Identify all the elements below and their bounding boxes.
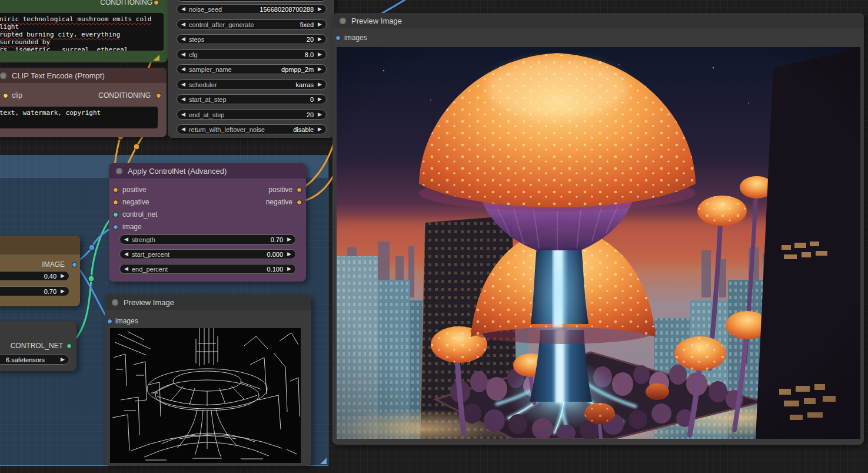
node-graph-canvas[interactable]: CONDITIONING niric technological mushroo… — [0, 0, 868, 473]
widget-noise-seed[interactable]: ◀ noise_seed 156680208700288 ▶ — [177, 4, 327, 14]
node-title: Preview Image — [351, 16, 402, 25]
widget-controlnet-name[interactable]: 6.safetensors ▶ — [0, 355, 69, 365]
widget-end-percent[interactable]: ◀ end_percent 0.100 ▶ — [119, 264, 296, 274]
widget-value[interactable]: dpmpp_2m — [281, 66, 314, 73]
conditioning-output-label: CONDITIONING — [100, 0, 152, 6]
increment-arrow-icon[interactable]: ▶ — [318, 112, 322, 117]
widget-cfg[interactable]: ◀ cfg 8.0 ▶ — [177, 49, 327, 59]
increment-arrow-icon[interactable]: ▶ — [318, 67, 322, 72]
widget-value[interactable]: 0.000 — [267, 251, 284, 258]
node-title-bar[interactable]: Apply ControlNet (Advanced) — [109, 163, 306, 178]
node-title-bar[interactable] — [0, 236, 80, 254]
decrement-arrow-icon[interactable]: ◀ — [124, 237, 128, 242]
group-resize-handle[interactable] — [320, 458, 327, 464]
node-collapse-icon[interactable] — [0, 72, 6, 79]
widget-end-at-step[interactable]: ◀ end_at_step 20 ▶ — [177, 110, 327, 120]
increment-arrow-icon[interactable]: ▶ — [287, 266, 291, 272]
increment-arrow-icon[interactable]: ▶ — [318, 22, 322, 27]
widget-value[interactable]: 20 — [307, 111, 314, 118]
widget-start-percent[interactable]: ◀ start_percent 0.000 ▶ — [119, 249, 296, 259]
decrement-arrow-icon[interactable]: ◀ — [181, 97, 185, 102]
decrement-arrow-icon[interactable]: ◀ — [181, 127, 185, 132]
increment-arrow-icon[interactable]: ▶ — [61, 357, 65, 362]
widget-value[interactable]: 0.70 — [271, 236, 283, 243]
widget-scheduler[interactable]: ◀ scheduler karras ▶ — [177, 80, 327, 90]
clip-input-dot[interactable] — [3, 93, 8, 98]
node-clip-text-encode-negative[interactable]: CLIP Text Encode (Prompt) clip CONDITION… — [0, 68, 167, 137]
widget-return-with-leftover-noise[interactable]: ◀ return_with_leftover_noise disable ▶ — [177, 124, 327, 134]
widget-value[interactable]: 0.70 — [44, 288, 56, 295]
widget-value[interactable]: 156680208700288 — [260, 6, 314, 13]
widget-partial[interactable] — [177, 0, 327, 2]
widget-value[interactable]: 0.100 — [267, 266, 284, 273]
increment-arrow-icon[interactable]: ▶ — [318, 52, 322, 57]
node-title: Preview Image — [124, 298, 174, 307]
widget-start-at-step[interactable]: ◀ start_at_step 0 ▶ — [177, 94, 327, 104]
image-input-dot[interactable] — [113, 224, 118, 230]
control-net-output-dot[interactable] — [66, 343, 72, 349]
widget-strength[interactable]: ◀ strength 0.70 ▶ — [119, 234, 296, 244]
images-input-dot[interactable] — [335, 35, 341, 41]
control-net-input-dot[interactable] — [113, 212, 118, 217]
node-controlnet-loader[interactable]: CONTROL_NET 6.safetensors ▶ — [0, 321, 77, 371]
increment-arrow-icon[interactable]: ▶ — [318, 127, 322, 132]
decrement-arrow-icon[interactable]: ◀ — [181, 112, 185, 117]
node-preview-image-canny[interactable]: Preview Image images — [105, 295, 311, 466]
node-collapse-icon[interactable] — [340, 18, 346, 24]
widget-low-threshold[interactable]: 0.40 ▶ — [0, 271, 69, 281]
node-canny-edge[interactable]: IMAGE 0.40 ▶ 0.70 ▶ — [0, 236, 80, 306]
widget-value[interactable]: 0.40 — [44, 273, 56, 280]
widget-label: control_after_generate — [189, 21, 254, 28]
increment-arrow-icon[interactable]: ▶ — [287, 252, 291, 257]
negative-input-dot[interactable] — [113, 200, 118, 205]
decrement-arrow-icon[interactable]: ◀ — [181, 82, 185, 87]
increment-arrow-icon[interactable]: ▶ — [318, 6, 322, 12]
node-positive-prompt[interactable]: CONDITIONING niric technological mushroo… — [0, 0, 168, 62]
widget-sampler-name[interactable]: ◀ sampler_name dpmpp_2m ▶ — [177, 64, 327, 74]
widget-high-threshold[interactable]: 0.70 ▶ — [0, 286, 69, 296]
widget-value[interactable]: 6.safetensors — [6, 356, 45, 363]
decrement-arrow-icon[interactable]: ◀ — [181, 52, 185, 57]
decrement-arrow-icon[interactable]: ◀ — [181, 6, 185, 12]
widget-control-after-generate[interactable]: ◀ control_after_generate fixed ▶ — [177, 19, 327, 29]
node-resize-handle[interactable] — [153, 55, 159, 61]
decrement-arrow-icon[interactable]: ◀ — [181, 22, 185, 27]
widget-label: sampler_name — [189, 66, 232, 73]
decrement-arrow-icon[interactable]: ◀ — [181, 37, 185, 42]
increment-arrow-icon[interactable]: ▶ — [61, 273, 65, 279]
increment-arrow-icon[interactable]: ▶ — [287, 237, 291, 242]
node-apply-controlnet-advanced[interactable]: Apply ControlNet (Advanced) positive neg… — [109, 163, 306, 282]
conditioning-output-label: CONDITIONING — [98, 91, 151, 100]
widget-steps[interactable]: ◀ steps 20 ▶ — [177, 34, 327, 44]
widget-value[interactable]: 0 — [310, 96, 314, 103]
node-title-bar[interactable]: Preview Image — [332, 13, 864, 28]
increment-arrow-icon[interactable]: ▶ — [318, 82, 322, 87]
widget-value[interactable]: 20 — [307, 36, 314, 43]
node-collapse-icon[interactable] — [116, 168, 122, 174]
widget-value[interactable]: disable — [293, 126, 314, 133]
node-collapse-icon[interactable] — [112, 299, 118, 306]
negative-output-dot[interactable] — [297, 200, 302, 205]
conditioning-output-dot[interactable] — [154, 0, 159, 5]
decrement-arrow-icon[interactable]: ◀ — [124, 252, 128, 257]
increment-arrow-icon[interactable]: ▶ — [61, 289, 65, 294]
positive-output-dot[interactable] — [297, 187, 302, 193]
widget-value[interactable]: fixed — [300, 21, 314, 28]
node-title-bar[interactable]: CLIP Text Encode (Prompt) — [0, 68, 167, 83]
positive-input-dot[interactable] — [113, 187, 118, 193]
node-title-bar[interactable]: Preview Image — [105, 295, 311, 310]
widget-value[interactable]: 8.0 — [305, 51, 314, 58]
increment-arrow-icon[interactable]: ▶ — [318, 97, 322, 102]
images-input-dot[interactable] — [107, 319, 112, 324]
decrement-arrow-icon[interactable]: ◀ — [181, 67, 185, 72]
increment-arrow-icon[interactable]: ▶ — [318, 37, 322, 42]
widget-value[interactable]: karras — [296, 81, 314, 88]
node-ksampler-advanced[interactable]: ◀ noise_seed 156680208700288 ▶ ◀ control… — [168, 0, 334, 138]
node-preview-image-main[interactable]: Preview Image images — [332, 13, 864, 445]
conditioning-output-slot[interactable]: CONDITIONING — [100, 0, 152, 6]
positive-prompt-textbox[interactable]: niric technological mushroom emits cold … — [0, 13, 164, 51]
decrement-arrow-icon[interactable]: ◀ — [124, 266, 128, 272]
image-output-dot[interactable] — [72, 262, 77, 267]
negative-prompt-textbox[interactable]: text, watermark, copyright — [0, 107, 158, 128]
conditioning-output-dot[interactable] — [156, 93, 161, 98]
